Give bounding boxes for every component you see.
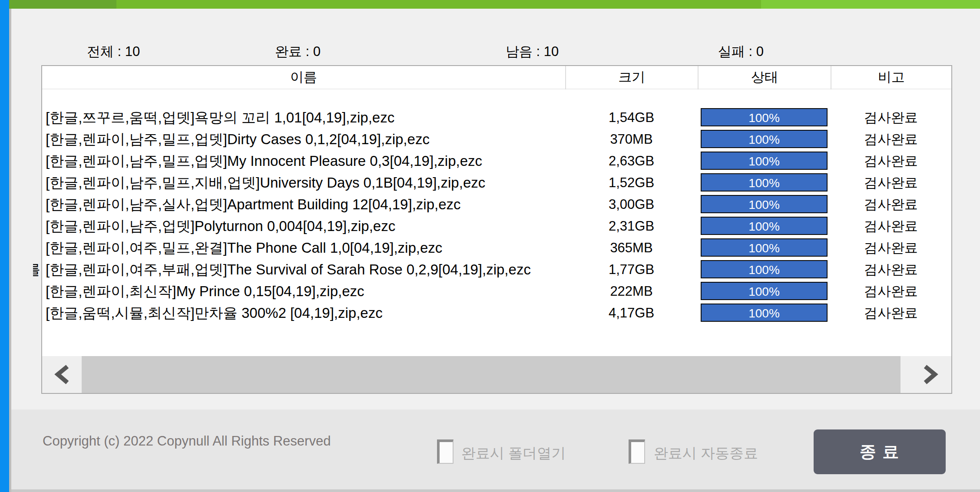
progress-bar: 100% <box>701 260 828 278</box>
progress-label: 100% <box>748 241 780 255</box>
column-header-status[interactable]: 상태 <box>698 66 831 89</box>
file-note: 검사완료 <box>831 194 951 215</box>
scroll-right-icon[interactable] <box>923 365 938 384</box>
file-name: [한글,렌파이,여주,밀프,완결]The Phone Call 1,0[04,1… <box>42 237 565 259</box>
file-status: 100% <box>698 281 831 302</box>
file-size: 222MB <box>565 281 698 302</box>
close-button[interactable]: 종 료 <box>814 429 946 474</box>
file-status: 100% <box>698 259 831 281</box>
progress-label: 100% <box>748 155 780 168</box>
progress-label: 100% <box>748 176 780 190</box>
checkbox-open-folder[interactable] <box>437 439 454 464</box>
file-name: [한글,렌파이,최신작]My Prince 0,15[04,19],zip,ez… <box>42 281 565 302</box>
table-row[interactable]: [한글,렌파이,남주,밀프,업뎃]My Innocent Pleasure 0,… <box>42 150 951 172</box>
table-rows: [한글,쯔꾸르,움떡,업뎃]욕망의 꼬리 1,01[04,19],zip,ezc… <box>42 107 951 324</box>
progress-bar: 100% <box>701 282 828 300</box>
progress-bar: 100% <box>701 173 828 192</box>
progress-bar: 100% <box>701 195 828 213</box>
file-status: 100% <box>698 150 831 172</box>
titlebar-segment-left <box>9 0 116 9</box>
list-header: 이름 크기 상태 비고 <box>42 66 951 89</box>
file-name: [한글,렌파이,남주,실사,업뎃]Apartment Building 12[0… <box>42 194 565 215</box>
file-size: 365MB <box>565 237 698 259</box>
file-note: 검사완료 <box>831 215 951 237</box>
progress-label: 100% <box>748 263 780 277</box>
stat-complete: 완료 : 0 <box>275 43 321 61</box>
table-row[interactable]: [한글,렌파이,최신작]My Prince 0,15[04,19],zip,ez… <box>42 281 951 302</box>
file-name: [한글,렌파이,남주,밀프,지배,업뎃]University Days 0,1B… <box>42 172 565 194</box>
file-size: 4,17GB <box>565 302 698 324</box>
horizontal-scrollbar[interactable] <box>42 356 951 393</box>
file-size: 1,52GB <box>565 172 698 194</box>
file-status: 100% <box>698 129 831 150</box>
file-note: 검사완료 <box>831 281 951 302</box>
stat-total: 전체 : 10 <box>87 43 140 61</box>
file-status: 100% <box>698 107 831 129</box>
column-header-name[interactable]: 이름 <box>42 66 565 89</box>
checkbox-auto-close[interactable] <box>629 439 645 464</box>
progress-label: 100% <box>748 111 780 125</box>
table-row[interactable]: [한글,렌파이,남주,밀프,업뎃]Dirty Cases 0,1,2[04,19… <box>42 129 951 150</box>
progress-label: 100% <box>748 133 780 146</box>
file-name: [한글,렌파이,남주,밀프,업뎃]Dirty Cases 0,1,2[04,19… <box>42 129 565 150</box>
file-size: 3,00GB <box>565 194 698 215</box>
stat-remaining: 남음 : 10 <box>506 43 559 61</box>
file-size: 370MB <box>565 129 698 150</box>
copyright-text: Copyright (c) 2022 Copynull All Rights R… <box>43 433 331 449</box>
progress-bar: 100% <box>701 217 828 235</box>
file-note: 검사완료 <box>831 150 951 172</box>
table-row[interactable]: [한글,렌파이,여주,밀프,완결]The Phone Call 1,0[04,1… <box>42 237 951 259</box>
file-size: 2,31GB <box>565 215 698 237</box>
titlebar[interactable] <box>9 0 980 9</box>
scroll-left-icon[interactable] <box>54 365 70 384</box>
file-size: 2,63GB <box>565 150 698 172</box>
window-bottom-edge <box>9 489 980 492</box>
progress-label: 100% <box>748 198 780 211</box>
file-name: [한글,렌파이,여주,부패,업뎃]The Survival of Sarah R… <box>42 259 565 281</box>
app-window: 전체 : 10 완료 : 0 남음 : 10 실패 : 0 이름 크기 상태 비… <box>0 0 980 492</box>
file-status: 100% <box>698 172 831 194</box>
progress-label: 100% <box>748 220 780 233</box>
progress-bar: 100% <box>701 304 828 322</box>
table-row[interactable]: [한글,렌파이,남주,밀프,지배,업뎃]University Days 0,1B… <box>42 172 951 194</box>
file-status: 100% <box>698 302 831 324</box>
file-size: 1,54GB <box>565 107 698 129</box>
file-status: 100% <box>698 194 831 215</box>
table-row[interactable]: [한글,렌파이,남주,실사,업뎃]Apartment Building 12[0… <box>42 194 951 215</box>
progress-bar: 100% <box>701 130 828 148</box>
file-note: 검사완료 <box>831 302 951 324</box>
stat-failed: 실패 : 0 <box>718 43 764 61</box>
window-left-edge <box>9 0 11 492</box>
file-list: 이름 크기 상태 비고 [한글,쯔꾸르,움떡,업뎃]욕망의 꼬리 1,01[04… <box>41 65 952 394</box>
table-row[interactable]: [한글,쯔꾸르,움떡,업뎃]욕망의 꼬리 1,01[04,19],zip,ezc… <box>42 107 951 129</box>
scrollbar-thumb[interactable] <box>82 356 901 393</box>
progress-bar: 100% <box>701 238 828 257</box>
file-status: 100% <box>698 237 831 259</box>
column-header-note[interactable]: 비고 <box>831 66 951 89</box>
file-note: 검사완료 <box>831 172 951 194</box>
titlebar-segment-middle <box>116 0 761 9</box>
checkbox-open-folder-label[interactable]: 완료시 폴더열기 <box>461 444 566 463</box>
progress-label: 100% <box>748 285 780 298</box>
file-note: 검사완료 <box>831 259 951 281</box>
table-row[interactable]: 를 [한글,렌파이,여주,부패,업뎃]The Survival of Sarah… <box>42 259 951 281</box>
file-note: 검사완료 <box>831 107 951 129</box>
desktop-edge-stripe <box>0 0 9 492</box>
titlebar-segment-right <box>761 0 980 9</box>
progress-label: 100% <box>748 307 780 320</box>
table-row[interactable]: [한글,움떡,시뮬,최신작]만차율 300%2 [04,19],zip,ezc … <box>42 302 951 324</box>
table-row[interactable]: [한글,렌파이,남주,업뎃]Polyturnon 0,004[04,19],zi… <box>42 215 951 237</box>
file-note: 검사완료 <box>831 237 951 259</box>
file-name: [한글,움떡,시뮬,최신작]만차율 300%2 [04,19],zip,ezc <box>42 302 565 324</box>
file-size: 1,77GB <box>565 259 698 281</box>
progress-bar: 100% <box>701 152 828 170</box>
clipped-name-prefix: 를 <box>33 259 40 281</box>
file-status: 100% <box>698 215 831 237</box>
progress-bar: 100% <box>701 108 828 126</box>
checkbox-auto-close-label[interactable]: 완료시 자동종료 <box>654 444 758 463</box>
column-header-size[interactable]: 크기 <box>565 66 698 89</box>
file-note: 검사완료 <box>831 129 951 150</box>
file-name: [한글,쯔꾸르,움떡,업뎃]욕망의 꼬리 1,01[04,19],zip,ezc <box>42 107 565 129</box>
file-name: [한글,렌파이,남주,밀프,업뎃]My Innocent Pleasure 0,… <box>42 150 565 172</box>
file-name: [한글,렌파이,남주,업뎃]Polyturnon 0,004[04,19],zi… <box>42 215 565 237</box>
